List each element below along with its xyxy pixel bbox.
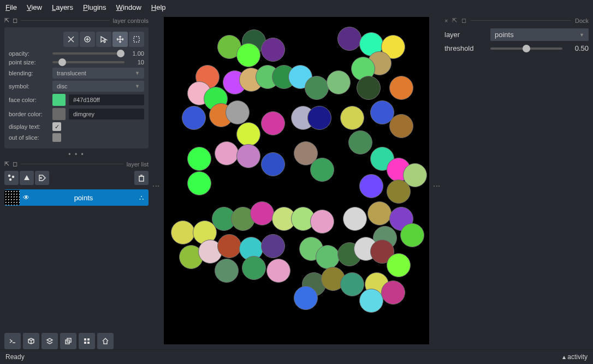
add-points-button[interactable] — [80, 32, 95, 47]
transform-button[interactable] — [129, 32, 144, 47]
point[interactable] — [171, 220, 195, 244]
menu-plugins[interactable]: Plugins — [83, 3, 106, 11]
float-panel-icon[interactable]: ⇱ — [452, 17, 457, 24]
point[interactable] — [310, 210, 334, 234]
pointsize-label: point size: — [9, 59, 49, 65]
opacity-slider[interactable] — [52, 52, 124, 55]
hide-panel-icon[interactable]: ◻ — [461, 17, 466, 24]
ndisplay-button[interactable] — [23, 333, 39, 349]
new-shapes-button[interactable] — [20, 171, 34, 185]
symbol-dropdown[interactable]: disc▼ — [52, 81, 144, 92]
point[interactable] — [387, 253, 411, 277]
close-panel-icon[interactable]: ◻ — [13, 17, 17, 24]
point[interactable] — [310, 158, 334, 182]
opacity-label: opacity: — [9, 50, 49, 57]
point[interactable] — [359, 289, 383, 313]
chevron-down-icon: ▼ — [579, 32, 584, 38]
transpose-button[interactable] — [60, 333, 76, 349]
facecolor-swatch[interactable] — [52, 94, 66, 106]
point[interactable] — [357, 76, 381, 100]
pointsize-slider[interactable] — [52, 61, 124, 63]
point[interactable] — [316, 245, 340, 269]
layer-select-dropdown[interactable]: points▼ — [490, 28, 589, 41]
panel-resize-handle[interactable]: • • • — [4, 151, 149, 158]
close-panel-icon[interactable]: ◻ — [13, 160, 17, 168]
point[interactable] — [389, 76, 413, 100]
point[interactable] — [381, 281, 405, 305]
threshold-value: 0.50 — [567, 44, 589, 52]
point[interactable] — [305, 76, 329, 100]
point[interactable] — [217, 234, 241, 258]
threshold-slider[interactable] — [490, 47, 562, 50]
delete-points-button[interactable] — [63, 32, 79, 47]
outofslice-label: out of slice: — [9, 134, 49, 141]
point[interactable] — [215, 141, 239, 165]
point[interactable] — [307, 106, 331, 130]
point[interactable] — [261, 38, 285, 62]
menu-file[interactable]: File — [5, 3, 17, 11]
new-labels-button[interactable] — [35, 171, 49, 185]
new-points-button[interactable] — [4, 171, 19, 185]
layer-thumbnail — [4, 190, 20, 205]
point[interactable] — [387, 180, 411, 204]
opacity-value: 1.00 — [128, 50, 144, 57]
point[interactable] — [250, 201, 274, 225]
grid-button[interactable] — [79, 333, 95, 349]
point[interactable] — [359, 174, 383, 198]
point[interactable] — [236, 144, 260, 168]
point[interactable] — [242, 256, 266, 280]
delete-layer-button[interactable] — [134, 171, 149, 185]
outofslice-checkbox[interactable] — [52, 133, 61, 142]
menu-view[interactable]: View — [27, 3, 42, 11]
point[interactable] — [337, 27, 361, 51]
point[interactable] — [400, 223, 424, 247]
point[interactable] — [327, 70, 351, 94]
point[interactable] — [261, 111, 285, 135]
float-panel-icon[interactable]: ⇱ — [4, 160, 9, 168]
bordercolor-input[interactable]: dimgrey — [69, 109, 144, 120]
point[interactable] — [343, 207, 367, 231]
console-button[interactable] — [4, 333, 21, 349]
blending-dropdown[interactable]: translucent▼ — [52, 68, 144, 79]
roll-dims-button[interactable] — [41, 333, 58, 349]
point[interactable] — [340, 272, 364, 296]
menu-layers[interactable]: Layers — [52, 3, 73, 11]
canvas[interactable] — [164, 17, 429, 344]
select-points-button[interactable] — [96, 32, 111, 47]
point[interactable] — [367, 201, 392, 225]
point[interactable] — [389, 114, 413, 138]
menu-help[interactable]: Help — [151, 3, 166, 11]
point[interactable] — [187, 171, 211, 195]
point[interactable] — [236, 43, 260, 67]
chevron-down-icon: ▼ — [135, 70, 140, 76]
facecolor-input[interactable]: #47d180ff — [69, 94, 144, 105]
point[interactable] — [266, 259, 290, 283]
close-panel-icon[interactable]: × — [444, 17, 448, 24]
float-panel-icon[interactable]: ⇱ — [4, 17, 9, 24]
layer-list-header: ⇱ ◻ layer list — [4, 160, 149, 168]
home-button[interactable] — [97, 333, 114, 349]
point[interactable] — [348, 130, 372, 154]
layer-list-title: layer list — [127, 161, 149, 168]
point[interactable] — [261, 234, 285, 258]
layer-item-points[interactable]: 👁 points ∴ — [4, 189, 149, 206]
point[interactable] — [261, 152, 285, 176]
menu-window[interactable]: Window — [116, 3, 141, 11]
point[interactable] — [226, 100, 250, 124]
right-splitter[interactable]: ⋮ — [432, 182, 441, 190]
left-splitter[interactable]: ⋮ — [152, 182, 161, 190]
point[interactable] — [340, 106, 364, 130]
point[interactable] — [236, 122, 260, 146]
displaytext-checkbox[interactable]: ✓ — [52, 122, 61, 131]
dock-title: Dock — [575, 17, 589, 24]
point[interactable] — [215, 259, 239, 283]
point[interactable] — [187, 147, 211, 171]
point[interactable] — [294, 286, 318, 310]
pan-zoom-button[interactable] — [112, 32, 128, 47]
controls-title: layer controls — [113, 17, 149, 24]
bordercolor-swatch[interactable] — [52, 108, 66, 120]
point[interactable] — [182, 106, 206, 130]
activity-toggle[interactable]: ▴ activity — [562, 353, 588, 361]
visibility-toggle-icon[interactable]: 👁 — [20, 194, 33, 201]
symbol-label: symbol: — [9, 83, 49, 89]
